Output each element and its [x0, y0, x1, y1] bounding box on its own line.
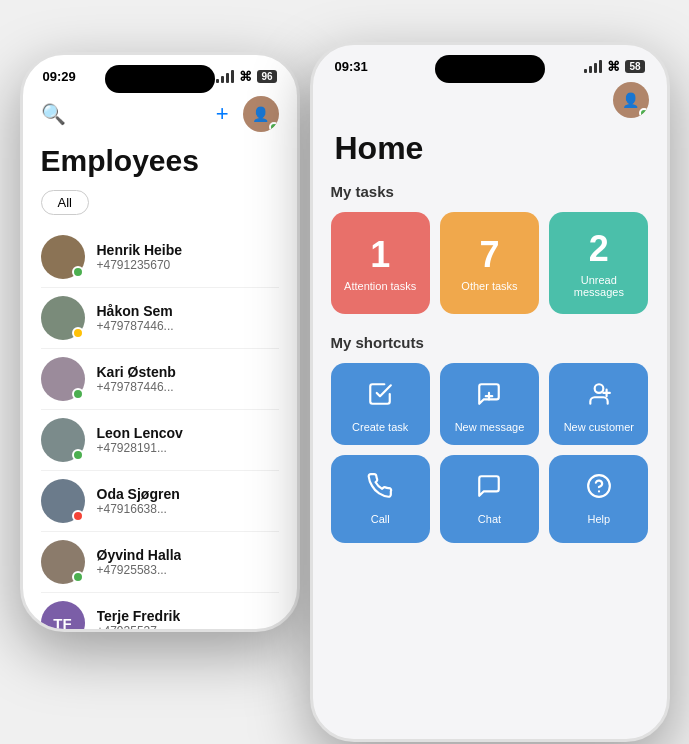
time-front: 09:31 — [335, 59, 368, 74]
emp-name: Leon Lencov — [97, 425, 183, 441]
help-icon — [586, 473, 612, 505]
filter-all[interactable]: All — [41, 190, 89, 215]
status-dot — [72, 388, 84, 400]
unread-messages-label: Unread messages — [559, 274, 638, 298]
search-icon-back[interactable]: 🔍 — [41, 102, 66, 126]
status-right-front: ⌘ 58 — [584, 59, 644, 74]
wifi-icon-front: ⌘ — [607, 59, 620, 74]
emp-phone: +47928191... — [97, 441, 183, 455]
unread-messages-number: 2 — [589, 228, 609, 270]
chat-shortcut[interactable]: Chat — [440, 455, 539, 543]
emp-name: Henrik Heibe — [97, 242, 183, 258]
user-avatar-back[interactable]: 👤 — [243, 96, 279, 132]
wifi-icon-back: ⌘ — [239, 69, 252, 84]
home-phone: 09:31 ⌘ 58 👤 Home — [310, 42, 670, 742]
attention-tasks-label: Attention tasks — [344, 280, 416, 292]
notch-back — [105, 65, 215, 93]
employee-info: Oda Sjøgren +47916638... — [97, 486, 180, 516]
home-content: My tasks 1 Attention tasks 7 Other tasks… — [313, 183, 667, 543]
top-right-avatar-wrap: 👤 — [313, 78, 667, 122]
avatar — [41, 479, 85, 523]
list-item[interactable]: Henrik Heibe +4791235670 — [23, 227, 297, 287]
emp-phone: +47925537... — [97, 624, 181, 632]
other-tasks-label: Other tasks — [461, 280, 517, 292]
other-tasks-card[interactable]: 7 Other tasks — [440, 212, 539, 314]
checklist-icon — [367, 381, 393, 413]
new-message-shortcut[interactable]: New message — [440, 363, 539, 445]
header-bar-back: 🔍 + 👤 — [23, 88, 297, 140]
battery-front: 58 — [625, 60, 644, 73]
chat-label: Chat — [478, 513, 501, 525]
employee-info: Håkon Sem +479787446... — [97, 303, 174, 333]
status-dot — [72, 510, 84, 522]
person-plus-icon — [586, 381, 612, 413]
status-dot — [72, 449, 84, 461]
time-back: 09:29 — [43, 69, 76, 84]
emp-phone: +479787446... — [97, 380, 176, 394]
employees-phone: 09:29 ⌘ 96 🔍 + 👤 — [20, 52, 300, 632]
help-label: Help — [588, 513, 611, 525]
my-tasks-label: My tasks — [331, 183, 649, 200]
emp-phone: +47925583... — [97, 563, 182, 577]
unread-messages-card[interactable]: 2 Unread messages — [549, 212, 648, 314]
user-avatar-front[interactable]: 👤 — [613, 82, 649, 118]
create-task-label: Create task — [352, 421, 408, 433]
home-title: Home — [313, 122, 667, 183]
attention-tasks-number: 1 — [370, 234, 390, 276]
battery-back: 96 — [257, 70, 276, 83]
signal-icon-back — [216, 70, 234, 83]
avatar — [41, 540, 85, 584]
list-item[interactable]: Øyvind Halla +47925583... — [23, 532, 297, 592]
svg-point-2 — [594, 384, 603, 393]
list-item[interactable]: Kari Østenb +479787446... — [23, 349, 297, 409]
list-item[interactable]: Leon Lencov +47928191... — [23, 410, 297, 470]
help-shortcut[interactable]: Help — [549, 455, 648, 543]
attention-tasks-card[interactable]: 1 Attention tasks — [331, 212, 430, 314]
call-shortcut[interactable]: Call — [331, 455, 430, 543]
emp-phone: +479787446... — [97, 319, 174, 333]
tasks-row: 1 Attention tasks 7 Other tasks 2 Unread… — [331, 212, 649, 314]
list-item[interactable]: Håkon Sem +479787446... — [23, 288, 297, 348]
other-tasks-number: 7 — [479, 234, 499, 276]
message-plus-icon — [476, 381, 502, 413]
status-dot — [72, 266, 84, 278]
create-task-shortcut[interactable]: Create task — [331, 363, 430, 445]
emp-name: Håkon Sem — [97, 303, 174, 319]
status-right-back: ⌘ 96 — [216, 69, 276, 84]
scene: 09:29 ⌘ 96 🔍 + 👤 — [20, 12, 670, 732]
employee-info: Henrik Heibe +4791235670 — [97, 242, 183, 272]
employee-info: Kari Østenb +479787446... — [97, 364, 176, 394]
filter-row: All — [23, 186, 297, 219]
avatar — [41, 357, 85, 401]
call-label: Call — [371, 513, 390, 525]
employee-info: Leon Lencov +47928191... — [97, 425, 183, 455]
shortcuts-row-bottom: Call Chat — [331, 455, 649, 543]
shortcuts-row-top: Create task New message — [331, 363, 649, 445]
new-customer-label: New customer — [564, 421, 634, 433]
employee-info: Øyvind Halla +47925583... — [97, 547, 182, 577]
employees-title: Employees — [23, 140, 297, 186]
emp-phone: +4791235670 — [97, 258, 183, 272]
employee-info: Terje Fredrik +47925537... — [97, 608, 181, 632]
avatar — [41, 418, 85, 462]
emp-name: Terje Fredrik — [97, 608, 181, 624]
notch-front — [435, 55, 545, 83]
list-item[interactable]: TF Terje Fredrik +47925537... — [23, 593, 297, 632]
signal-icon-front — [584, 60, 602, 73]
status-dot — [72, 327, 84, 339]
chat-icon — [476, 473, 502, 505]
my-shortcuts-label: My shortcuts — [331, 334, 649, 351]
emp-name: Oda Sjøgren — [97, 486, 180, 502]
avatar-initials: TF — [41, 601, 85, 632]
emp-phone: +47916638... — [97, 502, 180, 516]
employee-list: Henrik Heibe +4791235670 Håkon Sem +4797… — [23, 227, 297, 632]
avatar: TF — [41, 601, 85, 632]
add-icon-back[interactable]: + — [216, 101, 229, 127]
avatar — [41, 235, 85, 279]
avatar — [41, 296, 85, 340]
phone-icon — [367, 473, 393, 505]
status-dot — [72, 571, 84, 583]
emp-name: Kari Østenb — [97, 364, 176, 380]
new-customer-shortcut[interactable]: New customer — [549, 363, 648, 445]
list-item[interactable]: Oda Sjøgren +47916638... — [23, 471, 297, 531]
